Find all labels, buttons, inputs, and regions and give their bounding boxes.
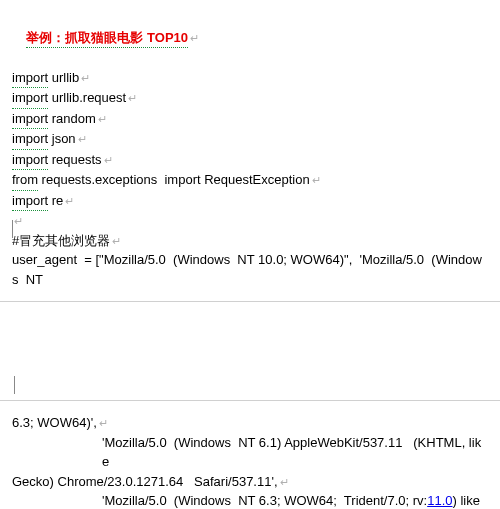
keyword: import <box>12 109 48 130</box>
code-text: 'Mozilla/5.0 (Windows NT 6.1) AppleWebKi… <box>102 435 481 470</box>
link-text[interactable]: 11.0 <box>427 493 452 508</box>
pilcrow-icon: ↵ <box>78 133 87 145</box>
keyword: import <box>12 129 48 150</box>
code-text: re <box>48 193 63 208</box>
document-page-top: 举例：抓取猫眼电影 TOP10↵ import urllib↵ import u… <box>0 0 500 297</box>
keyword: import <box>12 88 48 109</box>
comment-line: #冒充其他浏览器↵ <box>12 231 488 251</box>
code-line: import requests↵ <box>12 150 488 171</box>
keyword: import <box>12 68 48 89</box>
keyword: import <box>12 191 48 212</box>
text-cursor <box>14 376 15 394</box>
page-break <box>0 301 500 401</box>
keyword: import <box>12 150 48 171</box>
blank-line: ↵ <box>12 211 488 231</box>
code-text: ) like <box>452 493 479 508</box>
text-cursor <box>12 220 13 238</box>
code-text: Gecko) Chrome/23.0.1271.64 Safari/537.11… <box>12 474 278 489</box>
document-page-bottom: 6.3; WOW64)',↵ 'Mozilla/5.0 (Windows NT … <box>0 405 500 509</box>
code-text: user_agent = ["Mozilla/5.0 (Windows NT 1… <box>12 252 482 287</box>
pilcrow-icon: ↵ <box>65 195 74 207</box>
code-line: 'Mozilla/5.0 (Windows NT 6.1) AppleWebKi… <box>12 433 488 472</box>
code-text: requests.exceptions import RequestExcept… <box>38 172 310 187</box>
pilcrow-icon: ↵ <box>312 174 321 186</box>
code-line: import random↵ <box>12 109 488 130</box>
comment-text: #冒充其他浏览器 <box>12 233 110 248</box>
code-line: import urllib.request↵ <box>12 88 488 109</box>
pilcrow-icon: ↵ <box>190 32 199 44</box>
pilcrow-icon: ↵ <box>99 417 108 429</box>
code-line: from requests.exceptions import RequestE… <box>12 170 488 191</box>
pilcrow-icon: ↵ <box>14 215 23 227</box>
keyword: from <box>12 170 38 191</box>
pilcrow-icon: ↵ <box>128 92 137 104</box>
title-line: 举例：抓取猫眼电影 TOP10↵ <box>12 8 488 68</box>
code-line: Gecko) Chrome/23.0.1271.64 Safari/537.11… <box>12 472 488 492</box>
code-text: 'Mozilla/5.0 (Windows NT 6.3; WOW64; Tri… <box>102 493 427 508</box>
code-line: user_agent = ["Mozilla/5.0 (Windows NT 1… <box>12 250 488 289</box>
code-text: urllib <box>48 70 79 85</box>
pilcrow-icon: ↵ <box>280 476 289 488</box>
code-text: json <box>48 131 75 146</box>
code-line: 'Mozilla/5.0 (Windows NT 6.3; WOW64; Tri… <box>12 491 488 509</box>
code-line: import json↵ <box>12 129 488 150</box>
code-text: 6.3; WOW64)', <box>12 415 97 430</box>
pilcrow-icon: ↵ <box>98 113 107 125</box>
code-text: urllib.request <box>48 90 126 105</box>
code-line: import urllib↵ <box>12 68 488 89</box>
title-text: 举例：抓取猫眼电影 TOP10 <box>26 28 188 49</box>
code-line: import re↵ <box>12 191 488 212</box>
pilcrow-icon: ↵ <box>112 235 121 247</box>
pilcrow-icon: ↵ <box>104 154 113 166</box>
code-text: random <box>48 111 96 126</box>
code-text: requests <box>48 152 101 167</box>
pilcrow-icon: ↵ <box>81 72 90 84</box>
code-line: 6.3; WOW64)',↵ <box>12 413 488 433</box>
